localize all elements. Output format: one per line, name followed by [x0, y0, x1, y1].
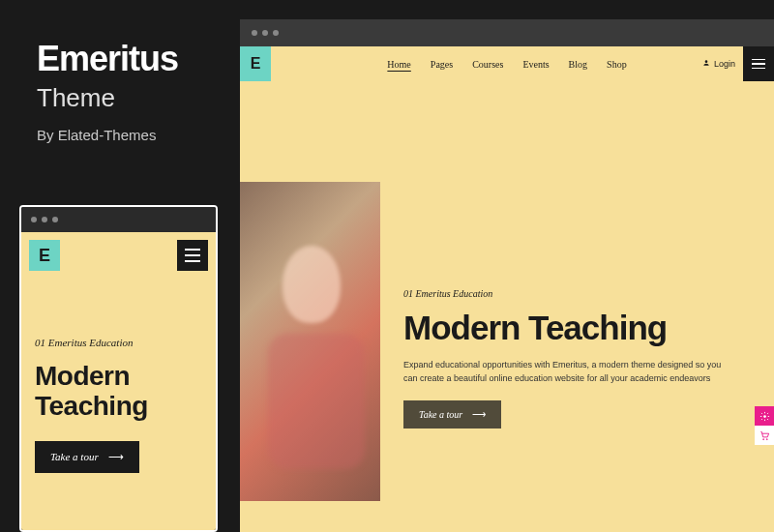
- desktop-browser-chrome: [240, 19, 774, 46]
- cta-label: Take a tour: [50, 451, 99, 462]
- hero-headline: Modern Teaching: [35, 362, 202, 422]
- nav-blog[interactable]: Blog: [569, 59, 587, 70]
- svg-point-1: [763, 415, 766, 418]
- settings-fab[interactable]: [755, 406, 774, 426]
- window-dot: [52, 217, 58, 222]
- hero-image: [240, 182, 380, 501]
- product-subtitle: Theme: [37, 83, 240, 113]
- take-tour-button[interactable]: Take a tour ⟶: [35, 441, 139, 473]
- hero-headline: Modern Teaching: [403, 309, 755, 347]
- svg-point-3: [766, 438, 767, 439]
- desktop-preview-frame: E Home Pages Courses Events Blog Shop Lo…: [240, 19, 774, 532]
- mobile-viewport: E 01 Emeritus Education Modern Teaching …: [21, 232, 216, 530]
- nav-shop[interactable]: Shop: [607, 59, 627, 70]
- site-logo[interactable]: E: [240, 46, 271, 81]
- user-icon: [702, 59, 710, 69]
- arrow-right-icon: ⟶: [472, 409, 486, 420]
- product-title: Emeritus: [37, 39, 240, 79]
- desktop-hero: 01 Emeritus Education Modern Teaching Ex…: [240, 182, 774, 501]
- mobile-header: E: [21, 232, 216, 279]
- mobile-hero: 01 Emeritus Education Modern Teaching Ta…: [21, 279, 216, 473]
- window-dot: [31, 217, 37, 222]
- nav-home[interactable]: Home: [387, 59, 410, 70]
- login-link[interactable]: Login: [702, 59, 735, 69]
- site-logo[interactable]: E: [29, 240, 60, 271]
- login-label: Login: [714, 59, 735, 69]
- hero-eyebrow: 01 Emeritus Education: [35, 337, 202, 348]
- hamburger-menu-button[interactable]: [177, 240, 208, 271]
- hero-text-block: 01 Emeritus Education Modern Teaching Ex…: [380, 182, 774, 501]
- hamburger-menu-button[interactable]: [743, 46, 774, 81]
- mobile-preview-frame: E 01 Emeritus Education Modern Teaching …: [19, 205, 218, 532]
- cta-label: Take a tour: [419, 409, 462, 420]
- window-dot: [273, 30, 279, 36]
- cart-fab[interactable]: [755, 426, 774, 445]
- hero-body: Expand educational opportunities with Em…: [403, 359, 732, 385]
- svg-point-2: [762, 438, 763, 439]
- arrow-right-icon: ⟶: [108, 451, 124, 463]
- hero-eyebrow: 01 Emeritus Education: [403, 288, 755, 299]
- floating-actions: [755, 406, 774, 445]
- window-dot: [262, 30, 268, 36]
- nav-courses[interactable]: Courses: [472, 59, 503, 70]
- nav-pages[interactable]: Pages: [431, 59, 453, 70]
- take-tour-button[interactable]: Take a tour ⟶: [403, 400, 501, 429]
- desktop-header: E Home Pages Courses Events Blog Shop Lo…: [240, 46, 774, 81]
- mobile-browser-chrome: [21, 207, 216, 232]
- primary-nav: Home Pages Courses Events Blog Shop: [387, 59, 626, 70]
- window-dot: [252, 30, 257, 36]
- desktop-viewport: E Home Pages Courses Events Blog Shop Lo…: [240, 46, 774, 532]
- window-dot: [42, 217, 47, 222]
- nav-events[interactable]: Events: [522, 59, 549, 70]
- author-byline: By Elated-Themes: [37, 127, 240, 143]
- svg-point-0: [705, 60, 708, 63]
